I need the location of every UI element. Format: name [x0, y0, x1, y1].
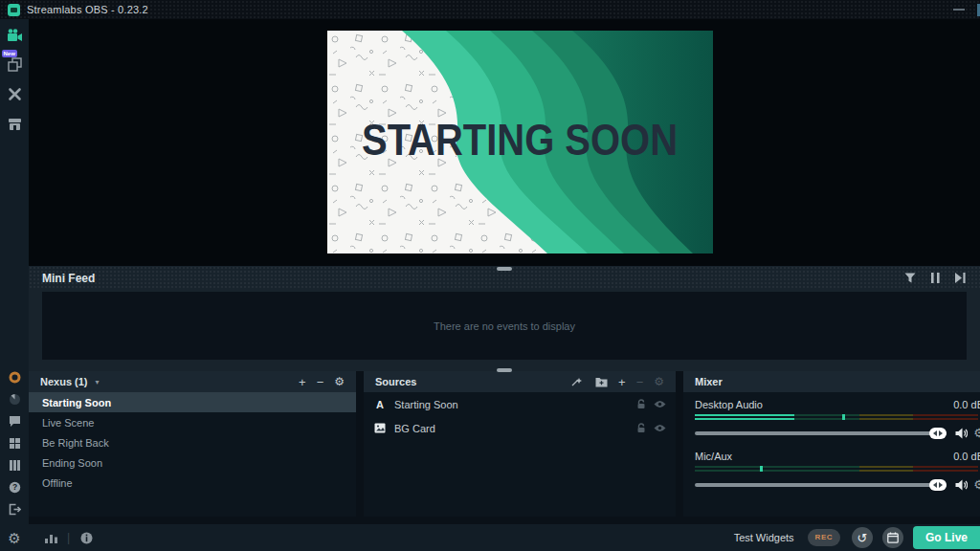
mixer-header: Mixer [683, 371, 980, 392]
mini-feed-title: Mini Feed [42, 272, 95, 285]
window-title: Streamlabs OBS - 0.23.2 [27, 4, 148, 15]
scene-row[interactable]: Ending Soon [29, 452, 356, 473]
speaker-icon[interactable] [954, 427, 968, 440]
help-icon[interactable]: ? [8, 480, 21, 494]
sidebar: New [0, 19, 29, 551]
scene-settings-icon[interactable]: ⚙ [334, 376, 345, 387]
volume-slider[interactable] [695, 483, 947, 487]
themes-icon[interactable] [7, 86, 23, 102]
scene-row[interactable]: Live Scene [29, 412, 356, 432]
resize-handle[interactable] [497, 267, 512, 271]
scene-row[interactable]: Starting Soon [29, 392, 356, 412]
add-scene-button[interactable]: + [299, 376, 306, 388]
canvas-title-text: STARTING SOON [362, 115, 678, 165]
schedule-button[interactable] [882, 527, 903, 548]
minimize-icon[interactable] [953, 9, 965, 11]
pause-icon[interactable] [928, 272, 942, 285]
editor-camera-icon[interactable] [7, 27, 23, 43]
volume-slider[interactable] [695, 431, 947, 435]
mixer-channel: Mic/Aux 0.0 dB [695, 451, 980, 492]
image-source-icon [373, 423, 387, 433]
store-icon[interactable] [7, 116, 23, 132]
volume-meter [695, 414, 978, 420]
channel-db-value: 0.0 dB [953, 451, 980, 462]
scene-row[interactable]: Offline [29, 473, 356, 493]
channel-db-value: 0.0 dB [953, 399, 980, 410]
remove-scene-button[interactable]: − [317, 376, 324, 388]
lock-icon[interactable] [636, 399, 646, 409]
mini-feed-body: There are no events to display [42, 292, 967, 360]
info-icon[interactable] [79, 531, 93, 544]
performance-metrics-icon[interactable] [44, 531, 57, 544]
sources-header: Sources + − ⚙ [364, 371, 676, 392]
mixer-body: Desktop Audio 0.0 dB [683, 392, 980, 517]
columns-icon[interactable] [8, 458, 21, 472]
volume-slider-handle[interactable] [929, 479, 947, 491]
channel-settings-icon[interactable]: ⚙ [973, 477, 980, 492]
volume-meter [695, 466, 978, 472]
skip-to-latest-icon[interactable] [953, 272, 967, 285]
record-button[interactable]: REC [808, 529, 840, 546]
scene-preview[interactable]: STARTING SOON [29, 19, 980, 266]
app-logo-icon [8, 4, 20, 16]
volume-slider-handle[interactable] [929, 428, 947, 439]
mini-feed-empty-message: There are no events to display [434, 320, 575, 332]
channel-label: Desktop Audio [695, 399, 763, 410]
mini-feed-panel: Mini Feed There are no even [29, 266, 980, 371]
channel-settings-icon[interactable]: ⚙ [973, 426, 980, 440]
resize-handle[interactable] [497, 368, 512, 372]
peak-marker [842, 414, 845, 420]
starting-soon-canvas: STARTING SOON [327, 31, 713, 253]
go-live-button[interactable]: Go Live [913, 526, 980, 549]
chatbox-icon[interactable] [8, 414, 21, 428]
scene-row[interactable]: Be Right Back [29, 432, 356, 452]
add-widget-icon[interactable] [570, 375, 584, 388]
test-widgets-button[interactable]: Test Widgets [734, 532, 794, 543]
eye-icon[interactable] [654, 424, 666, 432]
source-row[interactable]: A Starting Soon [364, 392, 676, 416]
calendar-icon [887, 532, 899, 543]
speaker-icon[interactable] [954, 478, 968, 492]
eye-icon[interactable] [654, 400, 666, 408]
footer-divider: | [67, 531, 70, 544]
footer-bar: | Test Widgets REC ↺ [29, 524, 980, 551]
scenes-header: Nexus (1) ▾ + − ⚙ [29, 371, 356, 392]
source-row[interactable]: BG Card [364, 416, 676, 440]
peak-marker [760, 466, 763, 472]
scene-collection-title[interactable]: Nexus (1) [40, 376, 88, 387]
channel-label: Mic/Aux [695, 451, 732, 462]
mixer-title: Mixer [695, 376, 723, 387]
svg-text:?: ? [11, 482, 16, 492]
replay-history-button[interactable]: ↺ [852, 527, 873, 548]
grid-icon[interactable] [8, 436, 21, 450]
logout-icon[interactable] [8, 502, 21, 516]
chevron-down-icon[interactable]: ▾ [96, 378, 100, 386]
add-source-button[interactable]: + [618, 376, 626, 388]
remove-source-button[interactable]: − [636, 376, 644, 388]
history-icon: ↺ [858, 532, 868, 544]
settings-gear-icon[interactable]: ⚙ [8, 532, 21, 545]
mixer-channel: Desktop Audio 0.0 dB [695, 399, 980, 440]
donation-icon[interactable] [8, 370, 21, 384]
streamlabs-obs-window: Streamlabs OBS - 0.23.2 New [0, 0, 980, 551]
source-list: A Starting Soon [364, 392, 676, 517]
scene-collections-icon[interactable]: New [7, 56, 23, 73]
filter-icon[interactable] [903, 272, 917, 285]
add-folder-icon[interactable] [594, 375, 608, 388]
sources-panel: Sources + − ⚙ [364, 371, 676, 517]
mixer-panel: Mixer Desktop Audio 0.0 dB [683, 371, 980, 517]
text-source-icon: A [373, 399, 387, 410]
lock-icon[interactable] [636, 423, 646, 433]
new-badge: New [2, 50, 17, 57]
dashboard-icon[interactable] [8, 392, 21, 406]
bottom-panels: Nexus (1) ▾ + − ⚙ Starting Soon Live Sce… [29, 371, 980, 517]
sources-title: Sources [375, 376, 416, 387]
scene-list: Starting Soon Live Scene Be Right Back E… [29, 392, 356, 517]
scenes-panel: Nexus (1) ▾ + − ⚙ Starting Soon Live Sce… [29, 371, 356, 517]
source-settings-icon[interactable]: ⚙ [654, 376, 664, 387]
title-bar: Streamlabs OBS - 0.23.2 [0, 0, 980, 19]
